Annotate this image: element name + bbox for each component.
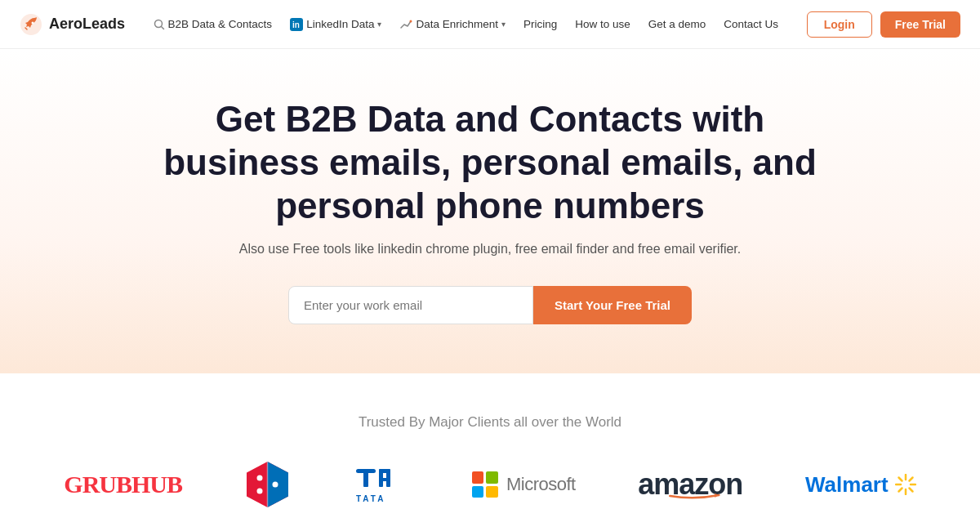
svg-point-6: [410, 20, 412, 22]
hero-title: Get B2B Data and Contacts with business …: [155, 98, 825, 227]
amazon-logo: amazon: [638, 467, 742, 502]
walmart-spark-icon: [895, 474, 916, 495]
tata-logo: TATA: [352, 462, 409, 507]
microsoft-logo: Microsoft: [472, 471, 576, 498]
svg-text:in: in: [292, 20, 300, 29]
svg-line-27: [898, 489, 902, 492]
chevron-down-icon-2: ▾: [501, 20, 506, 29]
nav-item-enrichment[interactable]: Data Enrichment ▾: [393, 13, 512, 36]
svg-point-1: [32, 21, 34, 24]
linkedin-icon: in: [290, 18, 303, 31]
svg-line-25: [909, 489, 912, 492]
svg-text:TATA: TATA: [356, 494, 385, 503]
trusted-title: Trusted By Major Clients all over the Wo…: [33, 414, 947, 431]
svg-point-10: [256, 489, 262, 494]
logos-row: GRUBHUB T: [41, 460, 939, 509]
trusted-section: Trusted By Major Clients all over the Wo…: [0, 373, 980, 509]
ms-cell-blue: [472, 486, 484, 498]
nav-item-contact[interactable]: Contact Us: [717, 13, 785, 35]
svg-point-11: [272, 482, 278, 488]
free-trial-button[interactable]: Free Trial: [880, 11, 960, 38]
ms-cell-red: [472, 471, 484, 484]
tata-icon: TATA: [352, 462, 409, 507]
navbar: AeroLeads B2B Data & Contacts in LinkedI…: [0, 0, 980, 49]
nav-links: B2B Data & Contacts in LinkedIn Data ▾ D…: [147, 13, 786, 36]
hero-subtitle: Also use Free tools like linkedin chrome…: [229, 242, 751, 257]
ms-cell-green: [486, 471, 498, 484]
nav-actions: Login Free Trial: [807, 11, 960, 38]
logo-icon: [20, 13, 42, 36]
svg-line-3: [161, 26, 163, 29]
svg-point-9: [256, 476, 262, 481]
microsoft-text: Microsoft: [506, 474, 576, 495]
search-icon: [154, 19, 165, 30]
login-button[interactable]: Login: [807, 11, 872, 38]
walmart-logo: Walmart: [805, 472, 916, 498]
logo-text: AeroLeads: [49, 16, 125, 33]
logo[interactable]: AeroLeads: [20, 13, 125, 36]
svg-line-26: [909, 478, 912, 481]
grubhub-logo: GRUBHUB: [64, 471, 182, 498]
email-input[interactable]: [288, 286, 533, 324]
nav-item-b2b[interactable]: B2B Data & Contacts: [147, 13, 279, 35]
svg-rect-14: [363, 469, 368, 487]
dominos-icon: [245, 460, 290, 509]
dominos-logo: [245, 460, 290, 509]
nav-item-how[interactable]: How to use: [568, 13, 637, 35]
hero-cta: Start Your Free Trial: [20, 286, 960, 324]
ms-grid: [472, 471, 498, 498]
svg-rect-18: [379, 478, 390, 481]
nav-item-pricing[interactable]: Pricing: [517, 13, 564, 35]
ms-cell-yellow: [486, 486, 498, 498]
nav-item-linkedin[interactable]: in LinkedIn Data ▾: [283, 13, 388, 36]
chevron-down-icon: ▾: [377, 20, 381, 29]
enrichment-icon: [399, 18, 412, 31]
svg-line-24: [898, 478, 902, 481]
walmart-text: Walmart: [805, 472, 889, 498]
nav-item-demo[interactable]: Get a demo: [642, 13, 713, 35]
hero-section: Get B2B Data and Contacts with business …: [0, 49, 980, 373]
amazon-arrow-icon: [667, 493, 722, 500]
start-trial-button[interactable]: Start Your Free Trial: [533, 286, 692, 324]
